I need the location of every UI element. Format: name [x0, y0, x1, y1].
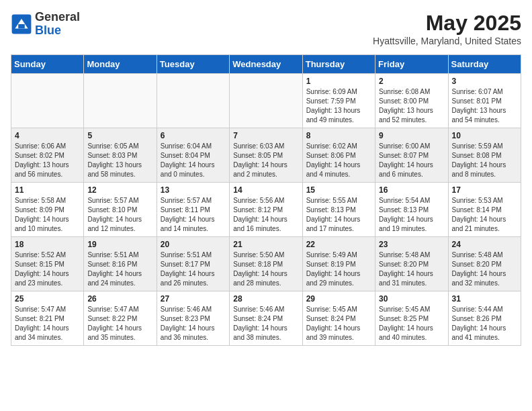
logo-icon [11, 13, 32, 35]
day-number: 21 [233, 240, 298, 249]
calendar-week-row: 25Sunrise: 5:47 AM Sunset: 8:21 PM Dayli… [11, 291, 521, 346]
calendar-cell: 26Sunrise: 5:47 AM Sunset: 8:22 PM Dayli… [84, 291, 157, 346]
calendar-cell: 16Sunrise: 5:54 AM Sunset: 8:13 PM Dayli… [375, 183, 448, 237]
day-number: 26 [87, 294, 152, 304]
calendar-week-row: 11Sunrise: 5:58 AM Sunset: 8:09 PM Dayli… [11, 183, 521, 237]
day-info: Sunrise: 5:57 AM Sunset: 8:11 PM Dayligh… [161, 196, 226, 234]
day-number: 18 [15, 240, 80, 249]
day-info: Sunrise: 5:45 AM Sunset: 8:24 PM Dayligh… [306, 305, 371, 342]
col-header-friday: Friday [375, 55, 448, 74]
logo-blue-text: Blue [35, 24, 80, 38]
calendar-cell: 8Sunrise: 6:02 AM Sunset: 8:06 PM Daylig… [302, 128, 375, 183]
svg-rect-2 [18, 24, 25, 28]
calendar-cell: 12Sunrise: 5:57 AM Sunset: 8:10 PM Dayli… [84, 183, 157, 237]
day-info: Sunrise: 5:47 AM Sunset: 8:22 PM Dayligh… [87, 305, 152, 342]
calendar-cell: 29Sunrise: 5:45 AM Sunset: 8:24 PM Dayli… [302, 291, 375, 346]
day-info: Sunrise: 5:46 AM Sunset: 8:23 PM Dayligh… [161, 305, 226, 342]
day-info: Sunrise: 6:04 AM Sunset: 8:04 PM Dayligh… [161, 142, 226, 179]
day-info: Sunrise: 5:56 AM Sunset: 8:12 PM Dayligh… [233, 196, 298, 234]
day-number: 19 [87, 240, 152, 249]
logo-text: General Blue [35, 11, 80, 38]
day-info: Sunrise: 5:58 AM Sunset: 8:09 PM Dayligh… [15, 196, 80, 234]
calendar-cell: 3Sunrise: 6:07 AM Sunset: 8:01 PM Daylig… [448, 74, 521, 128]
day-number: 2 [379, 77, 444, 86]
calendar-cell: 18Sunrise: 5:52 AM Sunset: 8:15 PM Dayli… [11, 237, 84, 291]
calendar-cell: 15Sunrise: 5:55 AM Sunset: 8:13 PM Dayli… [302, 183, 375, 237]
day-number: 15 [306, 185, 371, 195]
col-header-wednesday: Wednesday [230, 55, 302, 74]
calendar-cell [157, 74, 229, 128]
logo-general-text: General [35, 11, 80, 24]
day-info: Sunrise: 5:53 AM Sunset: 8:14 PM Dayligh… [452, 196, 517, 234]
calendar-cell: 13Sunrise: 5:57 AM Sunset: 8:11 PM Dayli… [157, 183, 229, 237]
day-info: Sunrise: 6:06 AM Sunset: 8:02 PM Dayligh… [15, 142, 80, 179]
calendar-cell: 25Sunrise: 5:47 AM Sunset: 8:21 PM Dayli… [11, 291, 84, 346]
calendar-cell: 5Sunrise: 6:05 AM Sunset: 8:03 PM Daylig… [84, 128, 157, 183]
calendar-cell: 31Sunrise: 5:44 AM Sunset: 8:26 PM Dayli… [448, 291, 521, 346]
day-info: Sunrise: 6:03 AM Sunset: 8:05 PM Dayligh… [233, 142, 298, 179]
calendar-cell: 22Sunrise: 5:49 AM Sunset: 8:19 PM Dayli… [302, 237, 375, 291]
day-number: 10 [452, 131, 517, 140]
col-header-tuesday: Tuesday [157, 55, 229, 74]
calendar-cell: 6Sunrise: 6:04 AM Sunset: 8:04 PM Daylig… [157, 128, 229, 183]
day-number: 20 [161, 240, 226, 249]
day-info: Sunrise: 6:05 AM Sunset: 8:03 PM Dayligh… [87, 142, 152, 179]
day-number: 27 [161, 294, 226, 304]
day-info: Sunrise: 5:47 AM Sunset: 8:21 PM Dayligh… [15, 305, 80, 342]
location-text: Hyattsville, Maryland, United States [373, 36, 521, 46]
day-number: 13 [161, 185, 226, 195]
month-year-title: May 2025 [373, 11, 521, 36]
calendar-cell: 17Sunrise: 5:53 AM Sunset: 8:14 PM Dayli… [448, 183, 521, 237]
calendar-cell: 4Sunrise: 6:06 AM Sunset: 8:02 PM Daylig… [11, 128, 84, 183]
calendar-cell [84, 74, 157, 128]
calendar-cell: 9Sunrise: 6:00 AM Sunset: 8:07 PM Daylig… [375, 128, 448, 183]
calendar-cell: 20Sunrise: 5:51 AM Sunset: 8:17 PM Dayli… [157, 237, 229, 291]
col-header-monday: Monday [84, 55, 157, 74]
calendar-week-row: 18Sunrise: 5:52 AM Sunset: 8:15 PM Dayli… [11, 237, 521, 291]
day-info: Sunrise: 5:44 AM Sunset: 8:26 PM Dayligh… [452, 305, 517, 342]
day-info: Sunrise: 6:02 AM Sunset: 8:06 PM Dayligh… [306, 142, 371, 179]
day-info: Sunrise: 5:51 AM Sunset: 8:16 PM Dayligh… [87, 250, 152, 288]
day-info: Sunrise: 6:00 AM Sunset: 8:07 PM Dayligh… [379, 142, 444, 179]
calendar-cell: 30Sunrise: 5:45 AM Sunset: 8:25 PM Dayli… [375, 291, 448, 346]
calendar-cell: 7Sunrise: 6:03 AM Sunset: 8:05 PM Daylig… [230, 128, 302, 183]
day-number: 1 [306, 77, 371, 86]
day-number: 31 [452, 294, 517, 304]
col-header-saturday: Saturday [448, 55, 521, 74]
day-number: 9 [379, 131, 444, 140]
day-number: 4 [15, 131, 80, 140]
day-info: Sunrise: 5:49 AM Sunset: 8:19 PM Dayligh… [306, 250, 371, 288]
calendar-cell: 19Sunrise: 5:51 AM Sunset: 8:16 PM Dayli… [84, 237, 157, 291]
col-header-sunday: Sunday [11, 55, 84, 74]
day-number: 29 [306, 294, 371, 304]
day-number: 22 [306, 240, 371, 249]
calendar-cell: 21Sunrise: 5:50 AM Sunset: 8:18 PM Dayli… [230, 237, 302, 291]
day-number: 25 [15, 294, 80, 304]
day-number: 14 [233, 185, 298, 195]
day-number: 16 [379, 185, 444, 195]
day-info: Sunrise: 5:45 AM Sunset: 8:25 PM Dayligh… [379, 305, 444, 342]
day-number: 3 [452, 77, 517, 86]
day-info: Sunrise: 5:55 AM Sunset: 8:13 PM Dayligh… [306, 196, 371, 234]
calendar-cell: 23Sunrise: 5:48 AM Sunset: 8:20 PM Dayli… [375, 237, 448, 291]
day-number: 7 [233, 131, 298, 140]
day-info: Sunrise: 6:09 AM Sunset: 7:59 PM Dayligh… [306, 87, 371, 125]
day-number: 24 [452, 240, 517, 249]
calendar-header-row: SundayMondayTuesdayWednesdayThursdayFrid… [11, 55, 521, 74]
day-info: Sunrise: 5:52 AM Sunset: 8:15 PM Dayligh… [15, 250, 80, 288]
day-info: Sunrise: 5:57 AM Sunset: 8:10 PM Dayligh… [87, 196, 152, 234]
calendar-cell: 11Sunrise: 5:58 AM Sunset: 8:09 PM Dayli… [11, 183, 84, 237]
calendar-cell: 1Sunrise: 6:09 AM Sunset: 7:59 PM Daylig… [302, 74, 375, 128]
calendar-cell [11, 74, 84, 128]
day-info: Sunrise: 5:46 AM Sunset: 8:24 PM Dayligh… [233, 305, 298, 342]
col-header-thursday: Thursday [302, 55, 375, 74]
day-number: 12 [87, 185, 152, 195]
calendar-cell: 24Sunrise: 5:48 AM Sunset: 8:20 PM Dayli… [448, 237, 521, 291]
title-block: May 2025 Hyattsville, Maryland, United S… [373, 11, 521, 46]
calendar-week-row: 4Sunrise: 6:06 AM Sunset: 8:02 PM Daylig… [11, 128, 521, 183]
day-info: Sunrise: 6:07 AM Sunset: 8:01 PM Dayligh… [452, 87, 517, 125]
calendar-cell: 14Sunrise: 5:56 AM Sunset: 8:12 PM Dayli… [230, 183, 302, 237]
calendar-table: SundayMondayTuesdayWednesdayThursdayFrid… [11, 54, 521, 346]
day-number: 28 [233, 294, 298, 304]
day-info: Sunrise: 5:48 AM Sunset: 8:20 PM Dayligh… [379, 250, 444, 288]
